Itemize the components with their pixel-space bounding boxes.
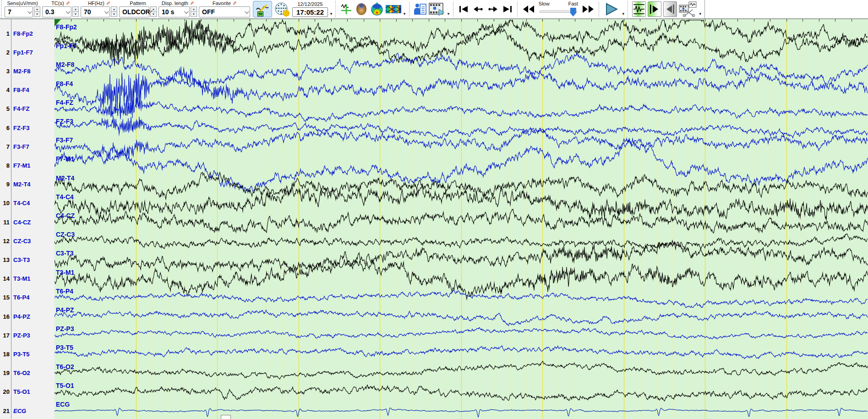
time-more-dropdown-icon[interactable]: ▼ xyxy=(329,12,333,16)
time-display[interactable]: 17:05:22 xyxy=(292,7,328,17)
hf-spin-down-button[interactable]: ▼ xyxy=(111,11,117,17)
disp-length-value: 10 s xyxy=(162,8,174,16)
separator xyxy=(628,1,629,17)
video-more-dropdown-icon[interactable]: ▼ xyxy=(447,12,450,16)
channel-row-f3-f7[interactable]: 7F3-F7 xyxy=(0,142,55,151)
disp-length-edit-pencil-icon[interactable]: ✎ xyxy=(190,1,194,5)
skip-to-start-button[interactable] xyxy=(458,5,469,13)
slider-handle[interactable] xyxy=(570,8,576,16)
video-clip-cut-button[interactable] xyxy=(679,1,697,17)
maps-more-dropdown-icon[interactable]: ▼ xyxy=(403,12,406,16)
channel-row-f4-fz[interactable]: 5F4-FZ xyxy=(0,105,55,113)
back-disabled-button xyxy=(663,1,677,17)
trace-label-c3-t3: C3-T3 xyxy=(56,250,74,257)
channel-number: 2 xyxy=(0,49,10,56)
trace-label-f8-f4: F8-F4 xyxy=(56,80,73,87)
play-marked-button[interactable] xyxy=(648,1,661,17)
trace-label-f4-fz: F4-FZ xyxy=(56,99,73,106)
channel-row-cz-c3[interactable]: 12CZ-C3 xyxy=(0,237,55,245)
trace-label-m2-f8: M2-F8 xyxy=(56,61,74,68)
toolbar-grip[interactable] xyxy=(1,0,4,18)
chevron-down-icon xyxy=(66,9,71,14)
head-3d-map-button[interactable] xyxy=(355,2,368,16)
trace-label-t5-o1: T5-O1 xyxy=(56,382,74,389)
step-forward-button[interactable] xyxy=(487,5,499,13)
patient-info-button[interactable] xyxy=(413,3,427,16)
event-marker-box[interactable] xyxy=(221,415,231,419)
channel-row-t6-o2[interactable]: 19T6-O2 xyxy=(0,369,55,377)
channel-label: CZ-C3 xyxy=(13,238,31,245)
rewind-icon xyxy=(522,5,535,14)
channel-number: 20 xyxy=(0,388,10,395)
control-group-disp-length: Disp. length✎10 s▲▼ xyxy=(158,0,197,17)
channel-row-t5-o1[interactable]: 20T5-O1 xyxy=(0,388,55,396)
separator xyxy=(517,1,518,17)
dsa-spectrogram-button[interactable] xyxy=(386,5,401,13)
tc-spin-down-button[interactable]: ▼ xyxy=(72,11,79,17)
tc-edit-pencil-icon[interactable]: ✎ xyxy=(65,1,70,5)
electrode-map-settings-button[interactable] xyxy=(274,1,290,17)
video-review-button[interactable] xyxy=(429,3,445,16)
trace-label-t3-m1: T3-M1 xyxy=(56,269,74,276)
pattern-spin-down-button[interactable]: ▼ xyxy=(150,11,157,17)
play-more-dropdown-icon[interactable]: ▼ xyxy=(622,12,625,16)
play-from-mark-icon xyxy=(649,4,660,15)
channel-row-fp1-f7[interactable]: 2Fp1-F7 xyxy=(0,48,55,56)
datetime-display: 12/12/2025 17:05:22 xyxy=(292,1,328,17)
channel-row-p3-t5[interactable]: 18P3-T5 xyxy=(0,350,55,358)
channel-row-t4-c4[interactable]: 10T4-C4 xyxy=(0,199,55,207)
channel-row-p4-pz[interactable]: 16P4-PZ xyxy=(0,312,55,321)
eeg-trace-canvas[interactable] xyxy=(55,19,868,419)
topography-map-button[interactable] xyxy=(370,2,384,16)
channel-row-m2-t4[interactable]: 9M2-T4 xyxy=(0,180,55,189)
channel-row-fz-f3[interactable]: 6FZ-F3 xyxy=(0,124,55,132)
channel-row-c4-cz[interactable]: 11C4-CZ xyxy=(0,218,55,226)
notch-50hz-badge: 50 xyxy=(257,11,263,16)
channel-label: C3-T3 xyxy=(13,256,30,263)
channel-row-f8-f4[interactable]: 4F8-F4 xyxy=(0,86,55,94)
channel-row-t6-p4[interactable]: 15T6-P4 xyxy=(0,294,55,302)
channel-row-t3-m1[interactable]: 14T3-M1 xyxy=(0,275,55,283)
rewind-button[interactable] xyxy=(522,5,535,14)
channel-number: 17 xyxy=(0,332,10,339)
skip-to-end-icon xyxy=(502,5,513,13)
channel-row-pz-p3[interactable]: 17PZ-P3 xyxy=(0,331,55,339)
channel-number: 3 xyxy=(0,68,10,75)
montage-wave-button[interactable] xyxy=(632,1,646,17)
chevron-down-icon xyxy=(245,9,249,14)
clip-more-dropdown-icon[interactable]: ▼ xyxy=(699,12,702,16)
hf-combobox[interactable]: 70 xyxy=(81,6,110,17)
channel-number: 11 xyxy=(0,219,10,226)
channel-number: 18 xyxy=(0,351,10,358)
channel-row-f7-m1[interactable]: 8F7-M1 xyxy=(0,161,55,169)
channel-row-c3-t3[interactable]: 13C3-T3 xyxy=(0,256,55,264)
hf-spinner: ▲▼ xyxy=(111,6,117,17)
tc-combobox[interactable]: 0.3 xyxy=(42,6,71,17)
favorite-edit-pencil-icon[interactable]: ✎ xyxy=(232,1,236,5)
notch-filter-button[interactable]: 50 xyxy=(253,1,272,17)
disp-length-combobox[interactable]: 10 s xyxy=(158,6,190,17)
step-back-button[interactable] xyxy=(472,5,484,13)
channel-row-f8-fp2[interactable]: 1F8-Fp2 xyxy=(0,29,55,38)
channel-label: C4-CZ xyxy=(13,219,31,226)
channel-row-m2-f8[interactable]: 3M2-F8 xyxy=(0,67,55,75)
pattern-combobox[interactable]: OLDCOR xyxy=(119,6,149,17)
electrode-head-icon xyxy=(274,1,290,17)
channel-label: FZ-F3 xyxy=(13,125,29,131)
channel-number: 7 xyxy=(0,143,10,150)
sens-combobox[interactable]: 7 xyxy=(5,6,33,17)
channel-number: 21 xyxy=(0,408,10,414)
trace-label-ecg: ECG xyxy=(56,401,70,408)
eeg-trace-area[interactable]: F8-Fp2Fp1-F7M2-F8F8-F4F4-FZFZ-F3F3-F7F7-… xyxy=(55,19,868,419)
hf-edit-pencil-icon[interactable]: ✎ xyxy=(105,1,110,5)
fast-forward-button[interactable] xyxy=(581,5,595,14)
skip-to-end-button[interactable] xyxy=(502,5,513,13)
favorite-combobox[interactable]: OFF xyxy=(199,6,250,17)
disp-length-spin-down-button[interactable]: ▼ xyxy=(191,11,197,17)
channel-row-ecg[interactable]: 21ECG xyxy=(0,407,55,415)
trace-cursor-button[interactable] xyxy=(340,3,353,16)
slider-fast-label: Fast xyxy=(568,1,578,7)
play-button[interactable] xyxy=(605,3,618,16)
sens-spin-down-button[interactable]: ▼ xyxy=(34,11,40,17)
channel-number: 12 xyxy=(0,238,10,245)
